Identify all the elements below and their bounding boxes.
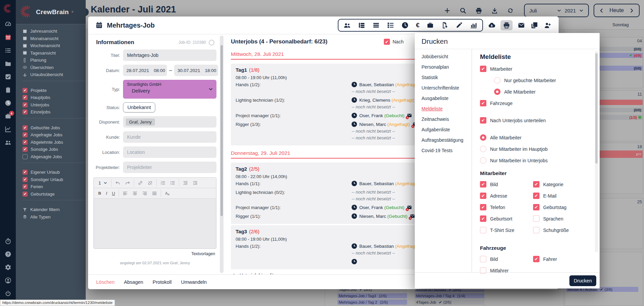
editor-bold-button[interactable]: B	[96, 191, 104, 196]
print-nav-unterschriftenliste[interactable]: Unterschriftenliste	[421, 85, 472, 91]
header-sync-button[interactable]	[507, 7, 514, 14]
checkbox[interactable]: ✔	[23, 88, 28, 93]
print-option[interactable]: ✔Kategorie	[533, 181, 591, 188]
rail-gear-button[interactable]	[5, 264, 11, 271]
filter-sonstige-jobs[interactable]: ✔Sonstige Jobs	[23, 146, 86, 153]
checkbox[interactable]: ✔	[533, 193, 539, 199]
rail-check-square-button[interactable]	[5, 73, 11, 80]
footer-löschen-button[interactable]: Löschen	[96, 279, 115, 285]
print-nav-personalplan[interactable]: Personalplan	[421, 64, 472, 70]
editor-align-l-button[interactable]	[120, 191, 130, 196]
print-nav-statistik[interactable]: Statistik	[421, 75, 472, 80]
filter-einzeljobs[interactable]: ✔Einzeljobs	[23, 108, 86, 116]
tool-envelope-button[interactable]	[518, 22, 525, 29]
tool-checklist-button[interactable]	[387, 22, 394, 29]
filter-eigener-urlaub[interactable]: ✔Eigener Urlaub	[23, 169, 86, 176]
titel-input[interactable]: Mehrtages-Job	[123, 49, 216, 61]
radio[interactable]	[480, 146, 486, 152]
editor-outdent-button[interactable]	[180, 180, 190, 185]
tool-bars-button[interactable]	[372, 22, 380, 29]
checkbox[interactable]: ✔	[533, 181, 539, 188]
checkbox[interactable]: ✔	[480, 215, 486, 222]
radio[interactable]	[480, 134, 486, 141]
nach-checkbox[interactable]: ✔	[384, 39, 390, 45]
rail-gauge-button[interactable]	[5, 21, 11, 28]
editor-link-button[interactable]	[135, 180, 145, 185]
filter-angefragte-jobs[interactable]: ✔Angefragte Jobs	[23, 131, 86, 139]
checkbox[interactable]: ✔	[480, 66, 486, 72]
checkbox[interactable]	[23, 154, 28, 159]
checkbox[interactable]: ✔	[23, 125, 28, 130]
checkbox[interactable]: ✔	[480, 193, 486, 199]
editor-unlink-button[interactable]	[145, 180, 155, 185]
print-nav-ausgabeliste[interactable]: Ausgabeliste	[421, 96, 472, 101]
checkbox[interactable]: ✔	[23, 177, 28, 182]
print-option[interactable]: Schuhgröße	[533, 227, 591, 233]
print-option[interactable]: Bild	[480, 256, 533, 262]
print-option[interactable]: ✔E-Mail	[533, 193, 591, 199]
print-option[interactable]: ✔Bild	[480, 181, 533, 188]
date-end-input[interactable]: 30.07.202118:00	[174, 65, 218, 76]
print-option[interactable]: Nur Mitarbeiter in Unterjobs	[480, 157, 591, 164]
checkbox[interactable]: ✔	[23, 132, 28, 137]
footer-absagen-button[interactable]: Absagen	[124, 279, 143, 285]
editor-align-r-button[interactable]	[140, 191, 150, 196]
radio[interactable]	[480, 157, 486, 164]
checkbox[interactable]	[480, 256, 486, 262]
filter-geburtstage[interactable]: ✔Geburtstage	[23, 191, 86, 198]
print-option[interactable]: ✔Telefon	[480, 204, 533, 210]
editor-undo-button[interactable]	[113, 180, 123, 185]
tool-clock-button[interactable]	[401, 22, 409, 29]
calendar-event-bar[interactable]: Mehrtages-Job / Tag3(2/6)	[337, 293, 407, 298]
tool-cloud-download-button[interactable]	[488, 22, 495, 29]
mail-failed-icon[interactable]: ×	[410, 213, 415, 219]
print-option[interactable]: Nur Mitarbeiter im Hauptjob	[480, 146, 591, 152]
rail-power-button[interactable]	[5, 290, 11, 297]
calendar-event-bar[interactable]: Mehrtages-Job / Tag 4(1/4)	[415, 293, 484, 298]
today-button[interactable]: Heute	[609, 7, 624, 13]
filter-sonstiger-urlaub[interactable]: ✔Sonstiger Urlaub	[23, 176, 86, 183]
print-option[interactable]: ✔Geburtstag	[533, 204, 591, 210]
print-option[interactable]: ✔Fahrzeuge	[480, 100, 591, 106]
print-nav-meldeliste[interactable]: Meldeliste	[421, 106, 472, 111]
checkbox[interactable]: ✔	[480, 117, 486, 124]
tool-users-button[interactable]	[344, 22, 351, 29]
header-search-button[interactable]	[459, 7, 467, 14]
checkbox[interactable]: ✔	[533, 204, 539, 210]
sidebar-item-tagesansicht[interactable]: Tagesansicht	[23, 49, 86, 57]
print-option[interactable]: ✔Nach Unterjobs unterteilen	[480, 117, 591, 124]
disponent-input[interactable]: Graf, Jenny	[123, 116, 216, 128]
checkbox[interactable]: ✔	[23, 95, 28, 100]
sidebar-item-kalender-filtern[interactable]: Kalender filtern	[23, 206, 86, 213]
header-printer-button[interactable]	[475, 7, 482, 14]
rail-stopwatch-button[interactable]	[5, 238, 11, 244]
tool-edit-button[interactable]	[455, 22, 463, 29]
filter-gebuchte-jobs[interactable]: ✔Gebuchte Jobs	[23, 124, 86, 132]
rail-user-button[interactable]	[5, 277, 11, 284]
modal-scrollbar[interactable]	[220, 36, 224, 273]
footer-protokoll-button[interactable]: Protokoll	[153, 279, 171, 285]
status-button[interactable]: Unbekannt	[123, 102, 155, 112]
sidebar-item-alle-typen[interactable]: Alle Typen	[23, 213, 86, 221]
print-nav-covid-19-tests[interactable]: Covid-19 Tests	[421, 148, 472, 153]
print-scrollbar[interactable]	[595, 51, 598, 252]
radio[interactable]	[494, 77, 500, 83]
editor-align-c-button[interactable]	[130, 191, 140, 196]
filter-unterjobs[interactable]: ✔Unterjobs	[23, 101, 86, 109]
sidebar-item-urlaubsübersicht[interactable]: Urlaubsübersicht	[23, 71, 86, 78]
print-nav-aufgabenliste[interactable]: Aufgabenliste	[421, 127, 472, 132]
print-option[interactable]: Nur gebuchte Mitarbeiter	[494, 77, 591, 83]
filter-projekte[interactable]: ✔Projekte	[23, 87, 86, 94]
editor-content[interactable]	[94, 199, 216, 248]
checkbox[interactable]: ✔	[23, 109, 28, 114]
kunde-input[interactable]: Kunde	[123, 131, 216, 143]
print-option[interactable]: Alle Mitarbeiter	[494, 89, 591, 95]
filter-abgelehnte-jobs[interactable]: ✔Abgelehnte Jobs	[23, 139, 86, 146]
sidebar-item-übersichten[interactable]: Übersichten	[23, 64, 86, 71]
footer-umwandeln-button[interactable]: Umwandeln	[181, 279, 207, 285]
month-year-select[interactable]: Juli 2021	[524, 4, 589, 17]
print-option[interactable]: ✔Geburtsort	[480, 215, 533, 222]
rail-clipboard-button[interactable]	[5, 87, 11, 93]
projektleiter-input[interactable]: Projektleiter	[123, 162, 216, 173]
typ-select[interactable]: Smartlights GmbH Delivery	[123, 80, 216, 99]
